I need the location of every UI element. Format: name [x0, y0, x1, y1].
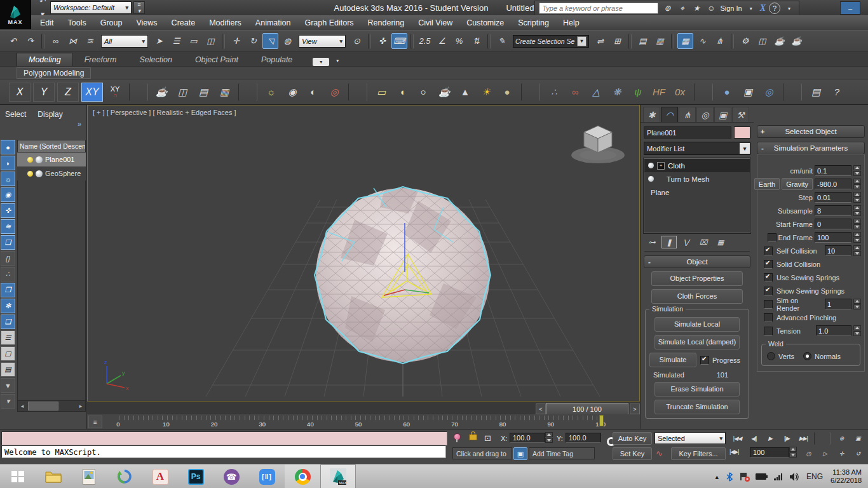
sign-in-person-icon[interactable]: ☺	[705, 3, 717, 14]
pin-icon[interactable]	[454, 433, 461, 440]
radio-icon[interactable]	[803, 352, 811, 360]
expand-icon[interactable]: +	[657, 162, 665, 170]
self-collision-field[interactable]: 10	[825, 245, 851, 256]
self-collision-checkbox[interactable]	[764, 247, 773, 255]
render-preview-icon[interactable]: ◫	[173, 83, 191, 101]
plane-icon[interactable]: ▭	[372, 83, 390, 101]
filter-settings-icon[interactable]: ▾	[1, 394, 15, 409]
bind-to-space-warp-icon[interactable]: ≋	[82, 33, 98, 49]
sun-icon[interactable]: ☀	[477, 83, 495, 101]
action-center-flag-icon[interactable]: ✕	[740, 473, 748, 480]
constrain-x-button[interactable]: X	[9, 83, 31, 102]
modify-tab-icon[interactable]: ◠	[661, 107, 678, 122]
constrain-xy-button[interactable]: XY	[81, 83, 103, 102]
parameter-collector-icon[interactable]: ▥	[215, 83, 233, 101]
explorer-menu-item[interactable]: Display	[37, 110, 62, 119]
simulate-button[interactable]: Simulate	[649, 353, 696, 367]
taskbar-clock[interactable]: 11:38 AM 6/22/2018	[831, 468, 862, 485]
track-bar-playhead[interactable]	[599, 415, 604, 426]
hierarchy-tab-icon[interactable]: ⋔	[679, 107, 696, 122]
network-signal-icon[interactable]	[774, 473, 782, 480]
layer-manager-icon[interactable]: ▥	[652, 33, 668, 49]
grass-icon[interactable]: ψ	[629, 83, 647, 101]
spinner-snap-icon[interactable]: ⇅	[468, 33, 484, 49]
tension-field[interactable]: 1.0	[816, 325, 851, 336]
display-helpers-icon[interactable]: ✜	[1, 203, 15, 218]
open-mini-curve-editor-icon[interactable]: ≡	[88, 416, 102, 428]
key-filters-button[interactable]: Key Filters...	[671, 447, 726, 460]
stack-item-turn-to-mesh[interactable]: Turn to Mesh	[644, 172, 750, 186]
object-properties-button[interactable]: Object Properties	[651, 271, 743, 286]
next-frame-arrow[interactable]: >	[630, 403, 640, 414]
polygon-modeling-panel[interactable]: Polygon Modeling	[17, 67, 91, 79]
copy-params-icon[interactable]: ▤	[807, 83, 825, 101]
object-color-swatch[interactable]	[734, 126, 750, 139]
axis-snap-toggle[interactable]: XY ∩	[105, 86, 125, 98]
default-in-out-tangent-icon[interactable]: ∿	[656, 449, 663, 458]
minimize-button[interactable]: –	[840, 1, 860, 15]
rock-icon[interactable]: ❋	[608, 83, 626, 101]
start-button[interactable]	[0, 464, 36, 488]
use-pivot-center-icon[interactable]: ⊙	[349, 33, 365, 49]
stack-item-plane[interactable]: Plane	[644, 186, 750, 199]
ribbon-tab[interactable]: Populate	[250, 53, 304, 66]
modifier-bulb-icon[interactable]	[648, 163, 654, 168]
normals-radio[interactable]: Normals	[803, 352, 841, 360]
menu-item[interactable]: Group	[93, 15, 130, 30]
render-iterative-icon[interactable]: ☕	[789, 33, 804, 49]
motion-tab-icon[interactable]: ◎	[696, 107, 714, 122]
expand-chevron-icon[interactable]: »	[78, 120, 81, 128]
make-unique-icon[interactable]: ⋁	[679, 236, 694, 248]
display-frozen-icon[interactable]: ✻	[1, 299, 15, 313]
scroll-left-icon[interactable]: ◂	[18, 403, 27, 409]
viber-button[interactable]: ☎	[214, 464, 249, 488]
spinner[interactable]	[545, 432, 553, 443]
search-input[interactable]	[539, 3, 658, 14]
photoshop-button[interactable]: Ps	[178, 464, 214, 488]
x-coordinate-field[interactable]: 100.0	[510, 433, 545, 443]
constrain-y-button[interactable]: Y	[33, 83, 55, 102]
stack-item-cloth[interactable]: + Cloth	[644, 159, 750, 172]
key-mode-toggle-icon[interactable]: |◀▶|	[729, 449, 739, 455]
previous-frame-icon[interactable]: ◀||	[746, 432, 761, 445]
display-cameras-icon[interactable]: ◉	[1, 187, 15, 202]
set-key-button[interactable]: Set Key	[613, 447, 652, 460]
communication-center-icon[interactable]: ⌖	[676, 3, 688, 14]
display-containers-icon[interactable]: ❒	[1, 283, 15, 297]
redo-icon[interactable]: ↷	[22, 33, 38, 49]
angle-snap-icon[interactable]: ∠	[434, 33, 450, 49]
sim-on-render-field[interactable]: 1	[825, 299, 851, 309]
window-crossing-icon[interactable]: ◫	[203, 33, 219, 49]
chrome-button[interactable]	[285, 464, 320, 488]
battery-icon[interactable]	[756, 473, 766, 480]
object-rollout-header[interactable]: - Object	[644, 255, 750, 268]
autocad-button[interactable]: A	[142, 464, 178, 488]
cloth-forces-button[interactable]: Cloth Forces	[651, 289, 743, 304]
advanced-pinching-checkbox[interactable]	[764, 313, 773, 322]
use-sewing-springs-checkbox[interactable]	[764, 273, 773, 282]
teapot-icon[interactable]: ☕	[435, 83, 453, 101]
sphere-icon[interactable]: ●	[498, 83, 516, 101]
screen-recorder-button[interactable]: [‖]	[249, 464, 285, 488]
select-and-link-icon[interactable]: ∞	[48, 33, 64, 49]
tray-overflow-icon[interactable]: ▴	[715, 473, 719, 481]
media-converter-button[interactable]	[107, 464, 142, 488]
show-end-result-icon[interactable]: ❚	[661, 236, 677, 248]
align-icon[interactable]: ⊞	[609, 33, 625, 49]
menu-item[interactable]: Modifiers	[202, 15, 248, 30]
unlink-selection-icon[interactable]: ⋈	[65, 33, 81, 49]
play-selected-icon[interactable]: ▷	[817, 447, 832, 460]
step-field[interactable]: 0.01	[815, 192, 851, 203]
rectangular-selection-icon[interactable]: ▭	[186, 33, 201, 49]
spinner[interactable]	[853, 192, 861, 203]
maxscript-mini-listener-pink[interactable]	[1, 431, 447, 445]
object-name-field[interactable]: Plane001	[644, 126, 731, 139]
visibility-bulb-icon[interactable]	[27, 171, 33, 177]
display-spacewarps-icon[interactable]: ≋	[1, 219, 15, 234]
time-slider[interactable]: < 100 / 100 >	[87, 402, 640, 416]
render-production-icon[interactable]: ☕	[771, 33, 787, 49]
undo-icon[interactable]: ↶	[36, 0, 48, 8]
chevron-down-icon[interactable]: ▾	[783, 3, 795, 14]
schematic-view-icon[interactable]: ⋔	[712, 33, 728, 49]
photos-app-button[interactable]	[71, 464, 107, 488]
